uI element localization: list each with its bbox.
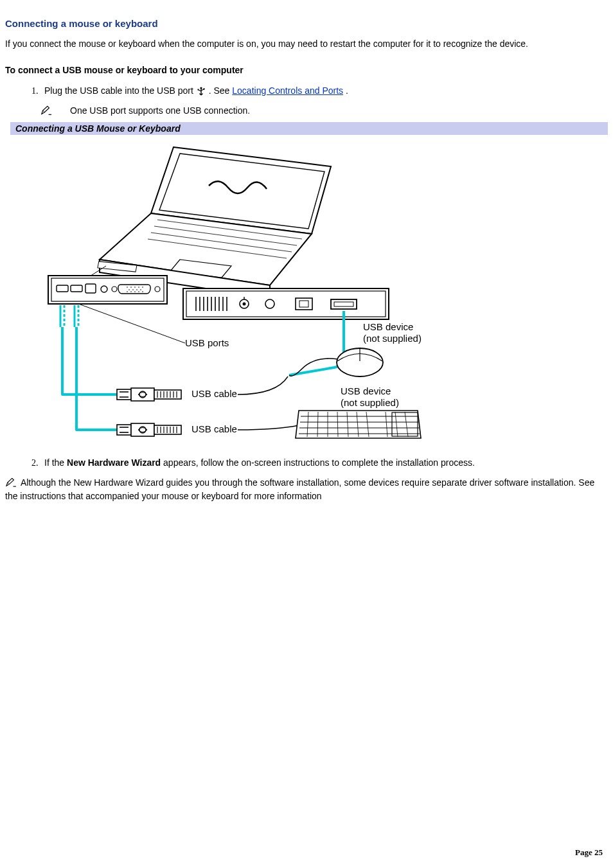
step-1: Plug the USB cable into the USB port . S…: [40, 85, 608, 96]
locating-controls-link[interactable]: Locating Controls and Ports: [232, 85, 343, 96]
step2-suffix: appears, follow the on-screen instructio…: [163, 457, 475, 468]
svg-point-12: [127, 287, 128, 288]
svg-point-13: [130, 287, 132, 288]
intro-paragraph: If you connect the mouse or keyboard whe…: [5, 38, 608, 50]
svg-rect-43: [299, 301, 308, 307]
label-usb-cable-1: USB cable: [191, 388, 237, 399]
svg-rect-71: [154, 425, 181, 434]
page-number: Page 25: [575, 847, 603, 858]
note-pencil-icon: [40, 105, 52, 116]
svg-point-18: [132, 289, 134, 290]
svg-point-16: [142, 287, 143, 288]
svg-point-41: [265, 299, 274, 308]
usb-trident-icon: [196, 86, 206, 96]
svg-rect-8: [71, 285, 82, 292]
section-title: Connecting a mouse or keyboard: [5, 18, 608, 29]
svg-rect-2: [197, 89, 199, 91]
svg-point-11: [112, 287, 117, 292]
figure-caption: Connecting a USB Mouse or Keyboard: [10, 122, 608, 135]
svg-point-24: [138, 291, 139, 292]
svg-rect-53: [117, 389, 131, 400]
svg-rect-7: [57, 285, 68, 292]
label-usb-cable-2: USB cable: [191, 423, 237, 434]
svg-rect-58: [154, 390, 181, 399]
note1-text: One USB port supports one USB connection…: [70, 105, 250, 116]
svg-point-20: [140, 289, 141, 290]
svg-point-3: [203, 88, 204, 89]
svg-point-10: [101, 286, 107, 292]
svg-rect-66: [117, 425, 131, 435]
label-usb-device-2a: USB device: [341, 385, 391, 396]
label-not-supplied-1: (not supplied): [363, 333, 422, 344]
svg-point-39: [243, 303, 246, 306]
step1-text-prefix: Plug the USB cable into the USB port: [44, 85, 196, 96]
step2-prefix: If the: [44, 457, 67, 468]
label-usb-device-1a: USB device: [363, 321, 413, 332]
label-not-supplied-2: (not supplied): [341, 397, 399, 408]
subheading: To connect a USB mouse or keyboard to yo…: [5, 64, 608, 76]
svg-point-25: [142, 291, 143, 292]
svg-point-15: [138, 287, 139, 288]
usb-connection-diagram: USB ports USB device (not supplied): [45, 137, 423, 442]
svg-rect-9: [85, 284, 96, 293]
svg-point-21: [127, 291, 128, 292]
step-2: If the New Hardware Wizard appears, foll…: [40, 457, 608, 468]
svg-point-17: [129, 289, 130, 290]
svg-point-19: [136, 289, 138, 290]
step1-suffix: .: [346, 85, 348, 96]
svg-point-23: [134, 291, 136, 292]
svg-line-50: [80, 305, 185, 343]
note2-text: Although the New Hardware Wizard guides …: [5, 477, 594, 501]
svg-point-26: [155, 287, 160, 292]
step1-see: . See: [209, 85, 233, 96]
note-pencil-icon-2: [5, 479, 19, 489]
svg-rect-45: [334, 302, 353, 306]
svg-point-22: [130, 291, 132, 292]
note-2: Although the New Hardware Wizard guides …: [5, 477, 608, 502]
svg-point-14: [134, 287, 136, 288]
step2-bold: New Hardware Wizard: [67, 457, 161, 468]
label-usb-ports: USB ports: [185, 337, 229, 348]
note-1: One USB port supports one USB connection…: [40, 105, 608, 116]
